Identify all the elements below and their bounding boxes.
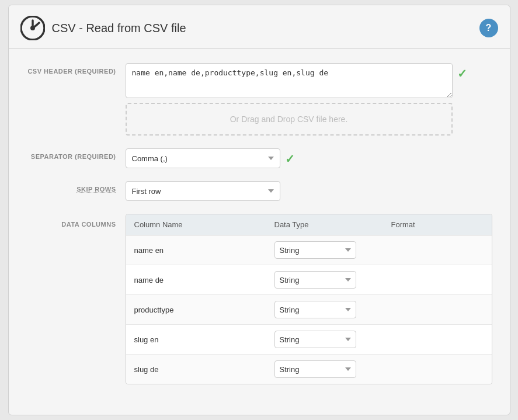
col-header-format: Format (383, 214, 492, 235)
table-row: producttype String Integer Float Boolean… (126, 295, 492, 325)
type-select-wrapper-0: String Integer Float Boolean Date (274, 241, 375, 259)
separator-row: SEPARATOR (REQUIRED) Comma (,) Semicolon… (26, 148, 492, 168)
header: CSV - Read from CSV file ? (9, 5, 510, 49)
col-format-1 (383, 274, 492, 286)
col-type-2: String Integer Float Boolean Date (266, 295, 383, 324)
data-columns-row: DATA COLUMNS Column Name Data Type Forma… (26, 214, 492, 384)
col-name-0: name en (126, 240, 266, 261)
data-columns-table: Column Name Data Type Format name en Str… (126, 214, 492, 384)
csv-header-label: CSV HEADER (REQUIRED) (26, 63, 126, 75)
col-type-4: String Integer Float Boolean Date (266, 355, 383, 384)
table-row: slug en String Integer Float Boolean Dat… (126, 325, 492, 355)
col-type-0: String Integer Float Boolean Date (266, 235, 383, 265)
col-name-4: slug de (126, 359, 266, 380)
help-button[interactable]: ? (479, 19, 498, 37)
skip-rows-control: None First row First two rows (126, 181, 492, 201)
separator-check-icon: ✓ (285, 148, 295, 166)
drop-zone[interactable]: Or Drag and Drop CSV file here. (126, 103, 453, 136)
col-type-1: String Integer Float Boolean Date (266, 265, 383, 294)
data-columns-label: DATA COLUMNS (26, 214, 126, 228)
table-header-row: Column Name Data Type Format (126, 214, 492, 235)
csv-header-row: CSV HEADER (REQUIRED) name en,name de,pr… (26, 63, 492, 136)
col-header-type: Data Type (266, 214, 383, 235)
col-name-1: name de (126, 270, 266, 290)
skip-rows-select[interactable]: None First row First two rows (126, 181, 280, 201)
type-select-1[interactable]: String Integer Float Boolean Date (274, 271, 356, 289)
drop-zone-text: Or Drag and Drop CSV file here. (230, 114, 348, 124)
type-select-0[interactable]: String Integer Float Boolean Date (274, 241, 356, 259)
type-select-2[interactable]: String Integer Float Boolean Date (274, 301, 356, 318)
col-header-name: Column Name (126, 214, 266, 235)
col-format-2 (383, 304, 492, 315)
page-title: CSV - Read from CSV file (52, 22, 186, 35)
data-columns-table-area: Column Name Data Type Format name en Str… (126, 214, 492, 384)
skip-rows-row: SKIP ROWS None First row First two rows (26, 181, 492, 201)
type-select-wrapper-2: String Integer Float Boolean Date (274, 301, 375, 318)
type-select-3[interactable]: String Integer Float Boolean Date (274, 331, 356, 348)
main-card: CSV - Read from CSV file ? CSV HEADER (R… (8, 5, 510, 415)
separator-select[interactable]: Comma (,) Semicolon (;) Tab Pipe (|) (126, 148, 280, 168)
csv-header-check-icon: ✓ (457, 63, 467, 81)
col-format-3 (383, 334, 492, 345)
col-type-3: String Integer Float Boolean Date (266, 325, 383, 354)
app-logo (20, 16, 45, 40)
type-select-4[interactable]: String Integer Float Boolean Date (274, 360, 356, 378)
type-select-wrapper-3: String Integer Float Boolean Date (274, 331, 375, 348)
type-select-wrapper-1: String Integer Float Boolean Date (274, 271, 375, 289)
type-select-wrapper-4: String Integer Float Boolean Date (274, 360, 375, 378)
table-row: name de String Integer Float Boolean Dat… (126, 265, 492, 295)
csv-header-input[interactable]: name en,name de,producttype,slug en,slug… (126, 63, 453, 98)
table-row: slug de String Integer Float Boolean Dat… (126, 355, 492, 384)
form-body: CSV HEADER (REQUIRED) name en,name de,pr… (9, 49, 510, 415)
col-name-2: producttype (126, 300, 266, 320)
separator-control: Comma (,) Semicolon (;) Tab Pipe (|) ✓ (126, 148, 492, 168)
table-row: name en String Integer Float Boolean Dat… (126, 235, 492, 265)
separator-label: SEPARATOR (REQUIRED) (26, 148, 126, 160)
col-name-3: slug en (126, 329, 266, 350)
col-format-0 (383, 244, 492, 256)
col-format-4 (383, 363, 492, 375)
csv-header-control: name en,name de,producttype,slug en,slug… (126, 63, 492, 136)
skip-rows-label: SKIP ROWS (26, 181, 126, 193)
